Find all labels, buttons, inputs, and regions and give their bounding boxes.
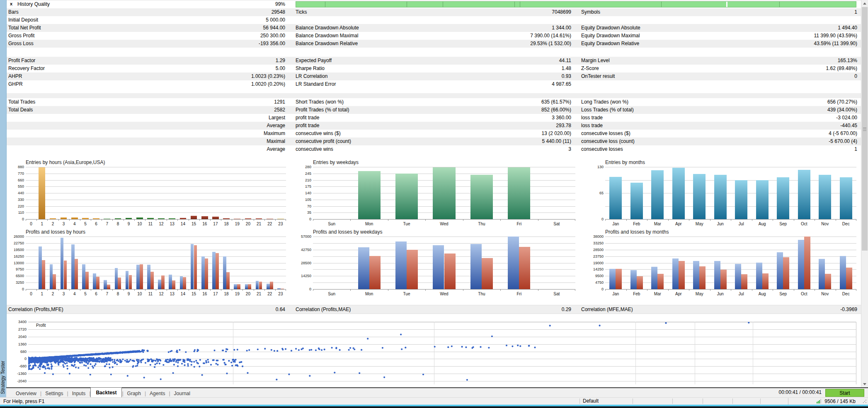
stat-value: 3 — [568, 145, 571, 153]
stat-value: 5 000.00 — [266, 16, 285, 24]
bar — [53, 274, 56, 289]
stat-value: 1.29 — [276, 57, 285, 65]
x-axis-tick — [313, 219, 313, 221]
stat-label: LR Standard Error — [296, 80, 336, 88]
bar — [201, 256, 205, 289]
correlation-label: Correlation (Profits,MFE) — [8, 305, 63, 314]
stat-value: 7 390.00 (14.61%) — [530, 32, 571, 40]
y-axis-label: 14250 — [593, 267, 604, 271]
resize-grip-icon[interactable] — [863, 399, 867, 403]
x-axis-label: 21 — [254, 222, 264, 226]
stat-cell: Total Deals2582 — [0, 106, 288, 114]
stat-value: 635 (61.57%) — [541, 98, 571, 106]
x-axis-label: Jun — [710, 292, 731, 296]
x-axis-label: 8 — [112, 292, 123, 296]
stat-cell: Short Trades (won %)635 (61.57%) — [288, 98, 576, 106]
gridline — [605, 250, 856, 250]
quality-segment-divider — [661, 2, 662, 7]
bar — [115, 268, 118, 289]
x-axis-label: Jan — [605, 222, 626, 226]
bar — [804, 237, 810, 289]
stat-label: Profit Factor — [8, 57, 35, 65]
x-axis-label: Nov — [815, 222, 836, 226]
bar — [840, 177, 852, 219]
scrollbar-thumb[interactable] — [862, 7, 868, 251]
x-axis-tick — [815, 219, 815, 221]
bar — [234, 219, 240, 219]
scroll-up-button[interactable] — [861, 0, 868, 7]
x-axis-label: Oct — [794, 222, 815, 226]
quality-segment-divider — [779, 2, 780, 7]
y-axis-label: 0 — [309, 287, 311, 291]
tab-inputs[interactable]: Inputs — [68, 389, 90, 398]
bar — [201, 216, 208, 219]
stat-label: Gross Loss — [8, 40, 34, 48]
x-axis-label: May — [689, 292, 710, 296]
y-axis-label: 42750 — [301, 248, 311, 252]
tab-agents[interactable]: Agents — [146, 389, 169, 398]
stat-cell: LR Correlation0.93 — [288, 72, 576, 80]
scroll-down-icon — [863, 383, 866, 385]
signal-bars-icon — [817, 399, 822, 403]
x-axis-label: Wed — [425, 292, 463, 296]
x-axis-tick — [102, 219, 102, 221]
tab-backtest[interactable]: Backtest — [90, 387, 122, 398]
y-axis-label: 9500 — [595, 274, 604, 278]
chart-title: Profits and losses by hours — [26, 229, 85, 235]
stat-label: Z-Score — [581, 65, 599, 72]
spacer-row — [0, 88, 861, 93]
bar — [720, 270, 727, 289]
close-icon[interactable]: x — [8, 1, 14, 7]
stat-label: Profit Trades (% of total) — [296, 106, 349, 114]
gridline — [605, 167, 856, 167]
chart-plot: SunMonTueWedThuFriSat — [313, 167, 575, 219]
bar — [129, 275, 132, 289]
x-axis-label: 0 — [26, 292, 36, 296]
bar — [508, 167, 530, 219]
x-axis-tick — [836, 289, 836, 291]
x-axis-tick — [232, 289, 232, 291]
bar — [714, 175, 727, 219]
status-cell — [732, 398, 760, 404]
stat-value: 1.48 — [562, 65, 571, 72]
stat-label: Symbols — [581, 8, 600, 16]
bar — [777, 177, 789, 219]
bar — [756, 180, 769, 219]
y-axis-label: 0 — [22, 287, 24, 291]
vertical-scrollbar[interactable] — [861, 0, 868, 387]
stat-value: 5 440.00 (11) — [542, 138, 572, 145]
x-axis-tick — [124, 289, 124, 291]
stat-row: Recovery Factor5.00Sharpe Ratio1.48Z-Sco… — [0, 65, 861, 72]
stat-label: consecutive profit (count) — [296, 138, 351, 145]
start-button[interactable]: Start — [825, 389, 864, 397]
y-axis-label: 38000 — [593, 234, 604, 239]
scroll-down-button[interactable] — [861, 380, 868, 387]
tab-journal[interactable]: Journal — [170, 389, 194, 398]
tab-settings[interactable]: Settings — [41, 389, 67, 398]
bar — [115, 218, 121, 219]
x-axis-label: Fri — [500, 222, 538, 226]
x-axis-label: 2 — [47, 292, 58, 296]
x-axis-label: 7 — [102, 292, 112, 296]
bar — [256, 218, 262, 219]
stat-value: 13 (2 020.00) — [542, 130, 571, 138]
stat-value: 56 944.00 — [263, 24, 285, 32]
stat-label: Margin Level — [581, 57, 610, 65]
bar — [281, 289, 284, 289]
x-axis-label: Thu — [463, 292, 500, 296]
x-axis-tick — [647, 289, 647, 291]
stat-cell: Largest — [0, 114, 288, 122]
status-cell — [760, 398, 788, 404]
tab-overview[interactable]: Overview — [12, 389, 40, 398]
bar — [277, 219, 284, 219]
x-axis-label: 5 — [80, 292, 91, 296]
x-axis-label: Sep — [773, 292, 794, 296]
stat-label: Short Trades (won %) — [296, 98, 344, 106]
gridline — [313, 243, 575, 244]
bar — [216, 253, 219, 289]
stat-row: History Quality99% — [0, 0, 861, 8]
x-axis-label: 9 — [124, 222, 134, 226]
tab-graph[interactable]: Graph — [124, 389, 145, 398]
bar — [846, 268, 852, 289]
scroll-grip-icon — [863, 128, 866, 131]
